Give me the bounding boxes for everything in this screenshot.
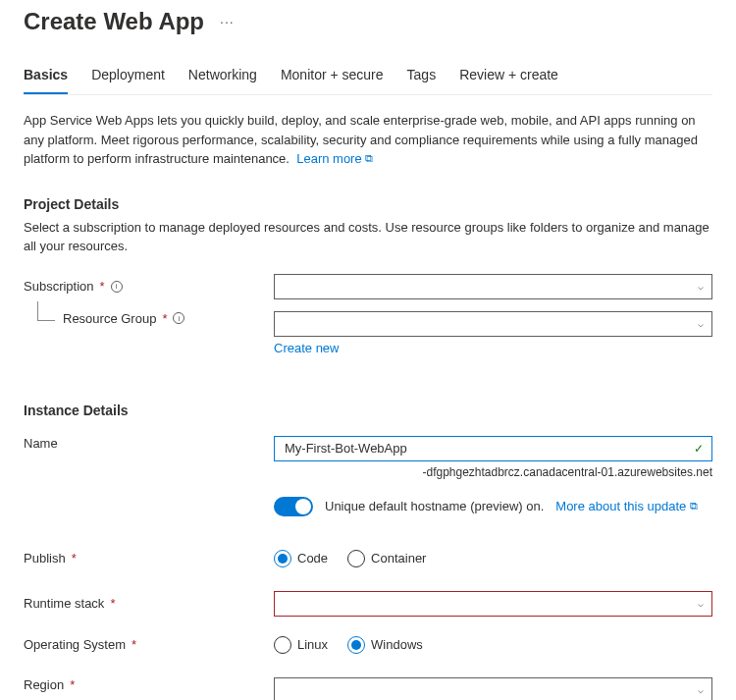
- project-details-heading: Project Details: [24, 196, 712, 212]
- publish-radio-group: Code Container: [274, 550, 712, 567]
- toggle-more-link[interactable]: More about this update ⧉: [555, 499, 698, 513]
- publish-code-radio[interactable]: Code: [274, 550, 328, 567]
- info-icon[interactable]: i: [111, 281, 123, 293]
- publish-container-radio[interactable]: Container: [347, 550, 426, 567]
- tabs: Basics Deployment Networking Monitor + s…: [24, 59, 712, 95]
- tree-line: [37, 301, 55, 321]
- required-marker: *: [131, 637, 136, 652]
- chevron-down-icon: ⌵: [698, 318, 704, 329]
- required-marker: *: [110, 596, 115, 611]
- tab-review[interactable]: Review + create: [459, 59, 558, 94]
- external-link-icon: ⧉: [690, 500, 698, 512]
- create-new-link[interactable]: Create new: [274, 341, 712, 355]
- runtime-label: Runtime stack: [24, 596, 104, 611]
- required-marker: *: [100, 279, 105, 294]
- os-linux-radio[interactable]: Linux: [274, 636, 328, 654]
- check-icon: ✓: [694, 442, 704, 456]
- project-details-desc: Select a subscription to manage deployed…: [24, 218, 712, 256]
- tab-tags[interactable]: Tags: [407, 59, 437, 94]
- intro-text: App Service Web Apps lets you quickly bu…: [24, 111, 712, 169]
- more-icon[interactable]: ···: [220, 14, 235, 29]
- required-marker: *: [162, 311, 167, 326]
- os-radio-group: Linux Windows: [274, 636, 712, 654]
- toggle-label: Unique default hostname (preview) on.: [325, 499, 544, 513]
- tab-monitor[interactable]: Monitor + secure: [281, 59, 384, 94]
- external-link-icon: ⧉: [365, 152, 373, 164]
- learn-more-link[interactable]: Learn more ⧉: [296, 151, 373, 166]
- chevron-down-icon: ⌵: [698, 281, 704, 292]
- publish-label: Publish: [24, 551, 66, 565]
- resource-group-label: Resource Group: [63, 311, 156, 326]
- subscription-label: Subscription: [24, 279, 94, 294]
- required-marker: *: [72, 551, 77, 565]
- info-icon[interactable]: i: [173, 312, 184, 324]
- subscription-select[interactable]: ⌵: [274, 274, 712, 299]
- os-windows-radio[interactable]: Windows: [347, 636, 423, 654]
- name-input[interactable]: [283, 440, 694, 457]
- os-label: Operating System: [24, 637, 126, 652]
- tab-basics[interactable]: Basics: [24, 59, 68, 94]
- resource-group-select[interactable]: ⌵: [274, 311, 712, 337]
- name-input-wrap: ✓: [274, 436, 712, 461]
- region-label: Region: [24, 677, 64, 692]
- chevron-down-icon: ⌵: [698, 684, 704, 695]
- instance-details-heading: Instance Details: [24, 403, 712, 418]
- region-select[interactable]: ⌵: [274, 677, 712, 701]
- hostname-suffix: -dfgphgezhtadbrcz.canadacentral-01.azure…: [274, 465, 712, 479]
- tab-networking[interactable]: Networking: [188, 59, 257, 94]
- required-marker: *: [70, 677, 75, 692]
- chevron-down-icon: ⌵: [698, 598, 704, 609]
- tab-deployment[interactable]: Deployment: [91, 59, 165, 94]
- unique-hostname-toggle[interactable]: [274, 497, 313, 516]
- page-title: Create Web App: [24, 8, 204, 35]
- name-label: Name: [24, 436, 58, 451]
- runtime-select[interactable]: ⌵: [274, 591, 712, 617]
